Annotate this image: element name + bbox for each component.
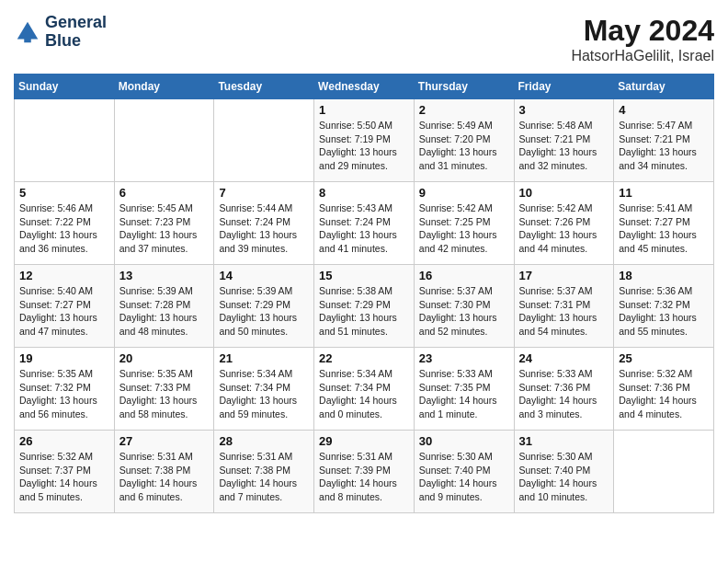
- day-info: Sunrise: 5:31 AM Sunset: 7:38 PM Dayligh…: [219, 450, 309, 504]
- calendar-cell: 2Sunrise: 5:49 AM Sunset: 7:20 PM Daylig…: [414, 99, 514, 182]
- weekday-header-row: SundayMondayTuesdayWednesdayThursdayFrid…: [15, 75, 714, 99]
- day-info: Sunrise: 5:37 AM Sunset: 7:31 PM Dayligh…: [519, 284, 609, 339]
- day-number: 22: [319, 351, 409, 365]
- day-number: 9: [419, 186, 509, 200]
- day-number: 16: [419, 269, 509, 282]
- day-info: Sunrise: 5:31 AM Sunset: 7:39 PM Dayligh…: [319, 450, 409, 504]
- calendar-cell: 24Sunrise: 5:33 AM Sunset: 7:36 PM Dayli…: [514, 348, 614, 431]
- logo: General Blue: [14, 14, 107, 51]
- day-info: Sunrise: 5:32 AM Sunset: 7:36 PM Dayligh…: [619, 367, 709, 421]
- day-info: Sunrise: 5:50 AM Sunset: 7:19 PM Dayligh…: [319, 119, 409, 173]
- day-number: 25: [619, 351, 709, 365]
- calendar-cell: 6Sunrise: 5:45 AM Sunset: 7:23 PM Daylig…: [114, 182, 214, 265]
- day-info: Sunrise: 5:34 AM Sunset: 7:34 PM Dayligh…: [319, 367, 409, 421]
- day-info: Sunrise: 5:43 AM Sunset: 7:24 PM Dayligh…: [319, 201, 409, 256]
- svg-marker-0: [17, 22, 39, 40]
- day-info: Sunrise: 5:30 AM Sunset: 7:40 PM Dayligh…: [419, 450, 509, 504]
- day-number: 11: [619, 186, 709, 200]
- day-number: 15: [319, 269, 409, 282]
- calendar-cell: 5Sunrise: 5:46 AM Sunset: 7:22 PM Daylig…: [15, 182, 115, 265]
- weekday-header-monday: Monday: [114, 75, 214, 99]
- day-info: Sunrise: 5:39 AM Sunset: 7:28 PM Dayligh…: [119, 284, 210, 339]
- day-info: Sunrise: 5:48 AM Sunset: 7:21 PM Dayligh…: [519, 119, 609, 173]
- day-number: 4: [619, 103, 709, 117]
- calendar-cell: 13Sunrise: 5:39 AM Sunset: 7:28 PM Dayli…: [114, 265, 214, 348]
- calendar-cell: 20Sunrise: 5:35 AM Sunset: 7:33 PM Dayli…: [114, 348, 214, 431]
- day-number: 26: [19, 434, 109, 448]
- calendar-cell: [214, 99, 314, 182]
- calendar-cell: 18Sunrise: 5:36 AM Sunset: 7:32 PM Dayli…: [614, 265, 714, 348]
- day-number: 31: [519, 434, 609, 448]
- weekday-header-thursday: Thursday: [414, 75, 514, 99]
- calendar-week-row: 1Sunrise: 5:50 AM Sunset: 7:19 PM Daylig…: [15, 99, 714, 182]
- weekday-header-sunday: Sunday: [15, 75, 115, 99]
- day-number: 29: [319, 434, 409, 448]
- day-info: Sunrise: 5:46 AM Sunset: 7:22 PM Dayligh…: [19, 201, 109, 256]
- calendar-cell: 14Sunrise: 5:39 AM Sunset: 7:29 PM Dayli…: [214, 265, 314, 348]
- day-number: 2: [419, 103, 509, 117]
- calendar-cell: 25Sunrise: 5:32 AM Sunset: 7:36 PM Dayli…: [614, 348, 714, 431]
- day-info: Sunrise: 5:31 AM Sunset: 7:38 PM Dayligh…: [119, 450, 210, 504]
- logo-line2: Blue: [45, 32, 107, 51]
- day-number: 10: [519, 186, 609, 200]
- calendar-cell: 27Sunrise: 5:31 AM Sunset: 7:38 PM Dayli…: [114, 431, 214, 513]
- day-info: Sunrise: 5:30 AM Sunset: 7:40 PM Dayligh…: [519, 450, 609, 504]
- day-number: 7: [219, 186, 309, 200]
- calendar-cell: 15Sunrise: 5:38 AM Sunset: 7:29 PM Dayli…: [314, 265, 415, 348]
- calendar-cell: 23Sunrise: 5:33 AM Sunset: 7:35 PM Dayli…: [414, 348, 514, 431]
- day-number: 13: [119, 269, 210, 282]
- calendar-cell: 31Sunrise: 5:30 AM Sunset: 7:40 PM Dayli…: [514, 431, 614, 513]
- calendar-cell: 7Sunrise: 5:44 AM Sunset: 7:24 PM Daylig…: [214, 182, 314, 265]
- day-info: Sunrise: 5:47 AM Sunset: 7:21 PM Dayligh…: [619, 119, 709, 173]
- day-number: 3: [519, 103, 609, 117]
- calendar-cell: 19Sunrise: 5:35 AM Sunset: 7:32 PM Dayli…: [15, 348, 115, 431]
- calendar-table: SundayMondayTuesdayWednesdayThursdayFrid…: [14, 74, 714, 513]
- calendar-cell: 30Sunrise: 5:30 AM Sunset: 7:40 PM Dayli…: [414, 431, 514, 513]
- day-info: Sunrise: 5:33 AM Sunset: 7:35 PM Dayligh…: [419, 367, 509, 421]
- calendar-cell: 3Sunrise: 5:48 AM Sunset: 7:21 PM Daylig…: [514, 99, 614, 182]
- weekday-header-wednesday: Wednesday: [314, 75, 415, 99]
- calendar-week-row: 12Sunrise: 5:40 AM Sunset: 7:27 PM Dayli…: [15, 265, 714, 348]
- day-number: 20: [119, 351, 210, 365]
- calendar-cell: 16Sunrise: 5:37 AM Sunset: 7:30 PM Dayli…: [414, 265, 514, 348]
- day-number: 1: [319, 103, 409, 117]
- calendar-cell: 28Sunrise: 5:31 AM Sunset: 7:38 PM Dayli…: [214, 431, 314, 513]
- day-info: Sunrise: 5:35 AM Sunset: 7:32 PM Dayligh…: [19, 367, 109, 421]
- day-number: 23: [419, 351, 509, 365]
- weekday-header-saturday: Saturday: [614, 75, 714, 99]
- day-number: 27: [119, 434, 210, 448]
- calendar-cell: 10Sunrise: 5:42 AM Sunset: 7:26 PM Dayli…: [514, 182, 614, 265]
- day-number: 12: [19, 269, 109, 282]
- calendar-cell: 21Sunrise: 5:34 AM Sunset: 7:34 PM Dayli…: [214, 348, 314, 431]
- calendar-cell: 29Sunrise: 5:31 AM Sunset: 7:39 PM Dayli…: [314, 431, 415, 513]
- calendar-week-row: 19Sunrise: 5:35 AM Sunset: 7:32 PM Dayli…: [15, 348, 714, 431]
- calendar-week-row: 26Sunrise: 5:32 AM Sunset: 7:37 PM Dayli…: [15, 431, 714, 513]
- title-block: May 2024 HatsorHaGelilit, Israel: [571, 14, 714, 64]
- day-info: Sunrise: 5:35 AM Sunset: 7:33 PM Dayligh…: [119, 367, 210, 421]
- calendar-title: May 2024: [571, 14, 714, 48]
- day-number: 24: [519, 351, 609, 365]
- day-info: Sunrise: 5:41 AM Sunset: 7:27 PM Dayligh…: [619, 201, 709, 256]
- day-number: 14: [219, 269, 309, 282]
- calendar-cell: [114, 99, 214, 182]
- day-number: 30: [419, 434, 509, 448]
- day-number: 8: [319, 186, 409, 200]
- day-info: Sunrise: 5:42 AM Sunset: 7:26 PM Dayligh…: [519, 201, 609, 256]
- day-info: Sunrise: 5:39 AM Sunset: 7:29 PM Dayligh…: [219, 284, 309, 339]
- day-number: 21: [219, 351, 309, 365]
- weekday-header-friday: Friday: [514, 75, 614, 99]
- day-info: Sunrise: 5:42 AM Sunset: 7:25 PM Dayligh…: [419, 201, 509, 256]
- day-info: Sunrise: 5:49 AM Sunset: 7:20 PM Dayligh…: [419, 119, 509, 173]
- calendar-cell: 11Sunrise: 5:41 AM Sunset: 7:27 PM Dayli…: [614, 182, 714, 265]
- day-number: 6: [119, 186, 210, 200]
- day-info: Sunrise: 5:40 AM Sunset: 7:27 PM Dayligh…: [19, 284, 109, 339]
- day-number: 18: [619, 269, 709, 282]
- calendar-cell: 8Sunrise: 5:43 AM Sunset: 7:24 PM Daylig…: [314, 182, 415, 265]
- calendar-cell: 22Sunrise: 5:34 AM Sunset: 7:34 PM Dayli…: [314, 348, 415, 431]
- logo-text: General Blue: [45, 14, 107, 51]
- day-number: 28: [219, 434, 309, 448]
- day-info: Sunrise: 5:37 AM Sunset: 7:30 PM Dayligh…: [419, 284, 509, 339]
- day-number: 19: [19, 351, 109, 365]
- calendar-week-row: 5Sunrise: 5:46 AM Sunset: 7:22 PM Daylig…: [15, 182, 714, 265]
- calendar-cell: 26Sunrise: 5:32 AM Sunset: 7:37 PM Dayli…: [15, 431, 115, 513]
